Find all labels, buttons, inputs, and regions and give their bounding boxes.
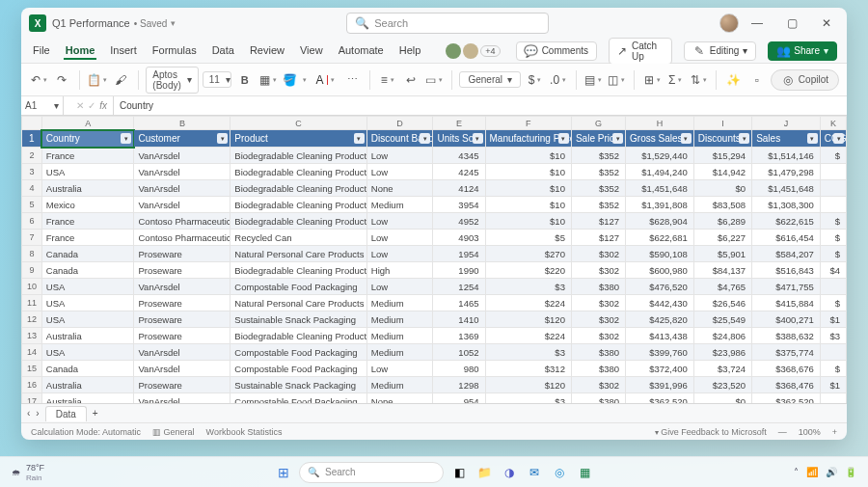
cell[interactable]: $584,207 — [752, 246, 821, 262]
tab-review[interactable]: Review — [248, 42, 286, 60]
cell[interactable]: Medium — [366, 344, 433, 361]
undo-button[interactable]: ↶▾ — [29, 68, 48, 92]
cell[interactable] — [820, 180, 846, 197]
row-header[interactable]: 10 — [22, 279, 42, 295]
wifi-icon[interactable]: 📶 — [806, 467, 818, 477]
row-header[interactable]: 11 — [22, 295, 42, 311]
cell[interactable]: $302 — [571, 246, 625, 262]
cell[interactable]: $1,308,300 — [752, 197, 821, 213]
table-row[interactable]: 6FranceContoso PharmaceuticalsBiodegrada… — [22, 213, 847, 230]
table-header-cell[interactable]: Units Sold▾ — [433, 130, 485, 148]
font-name-select[interactable]: Aptos (Body)▾ — [146, 67, 198, 94]
workbook-stats[interactable]: Workbook Statistics — [206, 427, 283, 437]
cell[interactable]: $616,454 — [752, 230, 821, 246]
cell[interactable]: VanArsdel — [134, 197, 231, 213]
cell[interactable]: Compostable Food Packaging — [231, 361, 366, 377]
col-header[interactable]: G — [571, 117, 625, 130]
cell[interactable]: $ — [820, 213, 846, 230]
cell[interactable]: $10 — [485, 148, 571, 164]
cell[interactable]: $26,546 — [693, 295, 751, 311]
cell[interactable]: USA — [41, 344, 134, 361]
tab-view[interactable]: View — [298, 42, 325, 60]
cell[interactable]: $302 — [571, 311, 625, 328]
col-header[interactable]: J — [752, 117, 821, 130]
cell[interactable]: Contoso Pharmaceuticals — [134, 230, 231, 246]
formula-bar[interactable]: Country — [114, 96, 847, 115]
paste-button[interactable]: 📋▾ — [88, 68, 107, 92]
col-header[interactable]: B — [134, 117, 231, 130]
cell[interactable]: $622,615 — [752, 213, 821, 230]
cell[interactable]: $352 — [571, 197, 625, 213]
cell[interactable]: $10 — [485, 197, 571, 213]
cell[interactable]: Compostable Food Packaging — [231, 344, 366, 361]
number-format-select[interactable]: General▾ — [459, 71, 521, 88]
cell[interactable]: 1254 — [433, 279, 485, 295]
sheet-nav-right[interactable]: › — [36, 408, 39, 419]
row-header[interactable]: 16 — [22, 377, 42, 393]
cell[interactable]: $6,227 — [693, 230, 751, 246]
cell[interactable]: Low — [366, 148, 433, 164]
cell[interactable]: $590,108 — [626, 246, 694, 262]
cell[interactable]: $1,494,240 — [626, 164, 694, 180]
cell[interactable]: Medium — [366, 328, 433, 344]
cell[interactable]: $302 — [571, 262, 625, 279]
taskbar-app-excel[interactable]: ▦ — [575, 463, 594, 482]
table-header-cell[interactable]: Gross Sales▾ — [626, 130, 694, 148]
col-header[interactable]: A — [41, 117, 134, 130]
table-row[interactable]: 10USAVanArsdelCompostable Food Packaging… — [22, 279, 847, 295]
zoom-out[interactable]: — — [778, 427, 787, 437]
cell[interactable]: Proseware — [134, 295, 231, 311]
cell[interactable]: $1 — [820, 311, 846, 328]
format-painter-button[interactable]: 🖌 — [111, 68, 130, 92]
sheet-nav-left[interactable]: ‹ — [27, 408, 30, 419]
row-header[interactable]: 15 — [22, 361, 42, 377]
filter-icon[interactable]: ▾ — [807, 133, 818, 144]
search-input[interactable]: 🔍 Search — [346, 13, 549, 34]
filter-icon[interactable]: ▾ — [558, 133, 569, 144]
col-header[interactable]: F — [485, 117, 571, 130]
fill-color-button[interactable]: 🪣▾ — [282, 68, 309, 92]
cell[interactable]: $1 — [820, 377, 846, 393]
cell[interactable]: Biodegradable Cleaning Products — [231, 180, 366, 197]
cell[interactable]: VanArsdel — [134, 361, 231, 377]
table-row[interactable]: 17AustraliaVanArsdelCompostable Food Pac… — [22, 393, 847, 404]
cell[interactable] — [820, 279, 846, 295]
table-row[interactable]: 3USAVanArsdelBiodegradable Cleaning Prod… — [22, 164, 847, 180]
cell[interactable]: Biodegradable Cleaning Products — [231, 262, 366, 279]
cell[interactable]: $302 — [571, 377, 625, 393]
cell[interactable]: Recycled Can — [231, 230, 366, 246]
system-tray[interactable]: ˄ 📶 🔊 🔋 — [794, 467, 856, 477]
filter-icon[interactable]: ▾ — [473, 133, 483, 144]
font-color-button[interactable]: A▾ — [312, 68, 339, 92]
table-row[interactable]: 12USAProsewareSustainable Snack Packagin… — [22, 311, 847, 328]
cell[interactable]: $302 — [571, 295, 625, 311]
cell[interactable]: Low — [366, 164, 433, 180]
merge-button[interactable]: ▭▾ — [424, 68, 444, 92]
cell[interactable]: Contoso Pharmaceuticals — [134, 213, 231, 230]
cell[interactable]: Proseware — [134, 262, 231, 279]
cell[interactable]: VanArsdel — [134, 180, 231, 197]
cell[interactable]: 1369 — [433, 328, 485, 344]
row-header[interactable]: 4 — [22, 180, 42, 197]
cell[interactable]: Mexico — [41, 197, 134, 213]
zoom-level[interactable]: 100% — [799, 427, 821, 437]
table-header-cell[interactable]: COGS▾ — [820, 130, 846, 148]
table-header-cell[interactable]: Discounts▾ — [693, 130, 751, 148]
cell[interactable]: $1,514,146 — [752, 148, 821, 164]
styles-button[interactable]: ◫▾ — [607, 68, 626, 92]
table-row[interactable]: 15CanadaVanArsdelCompostable Food Packag… — [22, 361, 847, 377]
maximize-button[interactable]: ▢ — [775, 10, 808, 37]
cell[interactable]: Canada — [41, 262, 134, 279]
cell[interactable]: $622,681 — [626, 230, 694, 246]
col-header[interactable]: I — [693, 117, 751, 130]
catchup-button[interactable]: ↗Catch Up — [609, 38, 672, 65]
cell[interactable]: 1465 — [433, 295, 485, 311]
cell[interactable]: $1,479,298 — [752, 164, 821, 180]
row-header[interactable]: 7 — [22, 230, 42, 246]
cell[interactable]: 1990 — [433, 262, 485, 279]
cell[interactable]: Australia — [41, 180, 134, 197]
cell[interactable]: Canada — [41, 361, 134, 377]
cell[interactable]: $4,765 — [693, 279, 751, 295]
cell[interactable]: Biodegradable Cleaning Products — [231, 213, 366, 230]
accessibility-icon[interactable]: ▥ General — [152, 427, 195, 437]
